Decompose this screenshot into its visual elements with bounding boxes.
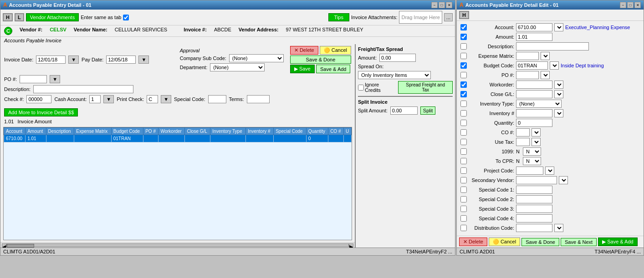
print-check-input[interactable] bbox=[147, 95, 158, 103]
pay-date-input[interactable] bbox=[106, 56, 136, 64]
description-input[interactable] bbox=[33, 85, 133, 93]
c-button[interactable]: C bbox=[4, 27, 12, 35]
spread-freight-button[interactable]: Spread Freight and Tax bbox=[398, 81, 453, 94]
secondary-vendor-dropdown[interactable]: ▼ bbox=[559, 176, 568, 184]
horizontal-scrollbar[interactable]: ◀ ▶ bbox=[0, 242, 355, 248]
co-input[interactable] bbox=[516, 128, 530, 136]
split-button[interactable]: Split bbox=[420, 106, 435, 115]
budget-code-dropdown[interactable]: ▼ bbox=[550, 61, 559, 70]
scrollbar-thumb[interactable] bbox=[7, 244, 34, 248]
to-cpr-checkbox[interactable] bbox=[460, 158, 467, 164]
1099-checkbox[interactable] bbox=[460, 148, 467, 155]
expense-matrix-input[interactable] bbox=[516, 52, 539, 60]
check-input[interactable] bbox=[26, 95, 51, 103]
close-gl-input[interactable] bbox=[516, 90, 552, 98]
ignore-credits-checkbox[interactable] bbox=[358, 85, 364, 91]
detail-save-done-button[interactable]: Save & Done bbox=[521, 238, 559, 246]
detail-minimize-button[interactable]: − bbox=[620, 2, 626, 8]
quantity-input[interactable] bbox=[516, 119, 552, 127]
expense-matrix-checkbox[interactable] bbox=[460, 53, 467, 59]
attach-browse-button[interactable]: ... bbox=[444, 13, 453, 21]
inventory-hash-input[interactable] bbox=[516, 109, 552, 117]
minimize-button[interactable]: − bbox=[431, 2, 438, 8]
invoice-date-input[interactable] bbox=[36, 56, 66, 64]
po-dropdown[interactable]: ▼ bbox=[50, 75, 60, 83]
amount-checkbox[interactable] bbox=[460, 34, 467, 40]
cash-account-dropdown[interactable]: ▼ bbox=[103, 95, 114, 103]
h-button[interactable]: H bbox=[3, 13, 13, 21]
company-sub-select[interactable]: (None) bbox=[229, 54, 284, 62]
distribution-code-input[interactable] bbox=[516, 224, 552, 232]
scrollbar-track[interactable] bbox=[6, 243, 349, 247]
save-add-button[interactable]: Save & Add bbox=[316, 65, 351, 73]
secondary-vendor-input[interactable] bbox=[516, 176, 557, 184]
vendor-attachments-button[interactable]: Vendor Attachments bbox=[26, 13, 79, 21]
detail-po-dropdown[interactable]: ▼ bbox=[541, 71, 550, 79]
l-button[interactable]: L bbox=[15, 13, 24, 21]
project-code-dropdown[interactable]: ▼ bbox=[545, 167, 554, 175]
workorder-dropdown[interactable]: ▼ bbox=[554, 81, 563, 89]
inventory-hash-dropdown[interactable]: ▼ bbox=[554, 109, 563, 117]
secondary-vendor-checkbox[interactable] bbox=[460, 177, 467, 183]
spread-on-select[interactable]: Only Inventory Items bbox=[358, 71, 431, 79]
detail-close-button[interactable]: ✕ bbox=[634, 2, 641, 8]
special-code1-checkbox[interactable] bbox=[460, 187, 467, 193]
detail-cancel-button[interactable]: 🟡 Cancel bbox=[489, 238, 520, 246]
expense-matrix-dropdown[interactable]: ▼ bbox=[541, 52, 550, 60]
inventory-type-checkbox[interactable] bbox=[460, 101, 467, 107]
description-checkbox[interactable] bbox=[460, 43, 467, 50]
detail-description-input[interactable] bbox=[516, 42, 589, 51]
print-check-dropdown[interactable]: ▼ bbox=[161, 95, 171, 103]
cash-account-input[interactable] bbox=[89, 95, 101, 103]
special-code3-input[interactable] bbox=[516, 205, 552, 213]
split-amount-input[interactable] bbox=[390, 106, 418, 115]
inventory-hash-checkbox[interactable] bbox=[460, 110, 467, 116]
special-code4-checkbox[interactable] bbox=[460, 215, 467, 222]
account-select-arrow[interactable]: ▼ bbox=[554, 23, 563, 31]
detail-save-next-button[interactable]: Save & Next bbox=[561, 238, 597, 246]
delete-button[interactable]: ✕ Delete bbox=[290, 46, 318, 55]
department-select[interactable]: (None) bbox=[210, 63, 265, 71]
restore-button[interactable]: □ bbox=[439, 2, 445, 8]
detail-save-add-button[interactable]: ▶ Save & Add bbox=[598, 238, 638, 246]
close-button[interactable]: ✕ bbox=[446, 2, 452, 8]
inventory-type-select[interactable]: (None) bbox=[516, 100, 562, 108]
detail-restore-button[interactable]: □ bbox=[627, 2, 634, 8]
detail-po-input[interactable] bbox=[516, 71, 539, 79]
co-dropdown[interactable]: ▼ bbox=[532, 128, 541, 136]
save-done-button[interactable]: Save & Done bbox=[290, 56, 351, 64]
use-tax-input[interactable] bbox=[516, 138, 530, 146]
project-code-input[interactable] bbox=[516, 167, 543, 175]
workorder-input[interactable] bbox=[516, 81, 552, 89]
1099-select[interactable]: N bbox=[523, 147, 541, 156]
special-code2-checkbox[interactable] bbox=[460, 196, 467, 202]
tips-button[interactable]: Tips bbox=[328, 13, 349, 21]
scroll-left-button[interactable]: ◀ bbox=[2, 243, 6, 247]
budget-code-input[interactable] bbox=[516, 61, 548, 70]
account-checkbox[interactable] bbox=[460, 24, 467, 30]
detail-po-checkbox[interactable] bbox=[460, 72, 467, 78]
add-more-button[interactable]: Add More to Invoice Detail $$ bbox=[4, 108, 78, 116]
special-code-input[interactable] bbox=[208, 95, 226, 103]
use-tax-checkbox[interactable] bbox=[460, 139, 467, 145]
drag-image-area[interactable]: Drag Image Here bbox=[399, 11, 442, 24]
to-cpr-select[interactable]: N bbox=[523, 157, 541, 165]
detail-amount-input[interactable] bbox=[516, 33, 552, 41]
po-input[interactable] bbox=[20, 75, 47, 83]
scroll-right-button[interactable]: ▶ bbox=[349, 243, 353, 247]
budget-link[interactable]: Inside Dept training bbox=[561, 63, 604, 68]
cancel-button[interactable]: 🟡 Cancel bbox=[320, 46, 351, 55]
enter-same-as-tab-checkbox[interactable] bbox=[123, 15, 129, 20]
pay-date-dropdown[interactable]: ▼ bbox=[138, 56, 149, 64]
detail-h-button[interactable]: H bbox=[459, 11, 469, 19]
distribution-code-checkbox[interactable] bbox=[460, 225, 467, 231]
budget-code-checkbox[interactable] bbox=[460, 62, 467, 69]
co-checkbox[interactable] bbox=[460, 129, 467, 136]
invoice-date-dropdown[interactable]: ▼ bbox=[68, 56, 79, 64]
quantity-checkbox[interactable] bbox=[460, 120, 467, 126]
special-code2-input[interactable] bbox=[516, 195, 552, 203]
terms-input[interactable] bbox=[247, 95, 270, 103]
save-button[interactable]: ▶ Save bbox=[290, 65, 315, 73]
table-row[interactable]: 6710.00 1.01 01TRAN 0 bbox=[4, 135, 352, 142]
special-code4-input[interactable] bbox=[516, 214, 552, 222]
